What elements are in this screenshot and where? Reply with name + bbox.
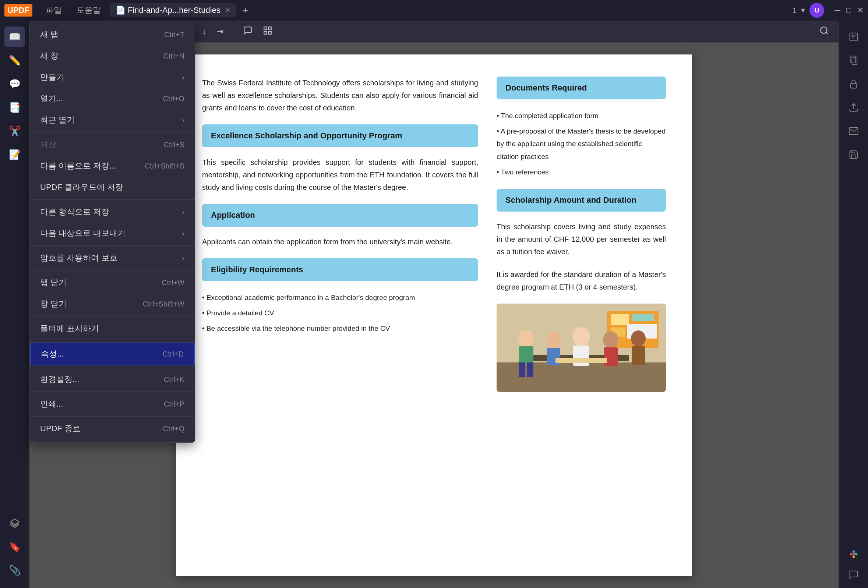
svg-point-38 xyxy=(852,553,855,556)
svg-rect-30 xyxy=(850,56,855,63)
svg-rect-27 xyxy=(632,346,645,365)
right-sidebar-save[interactable] xyxy=(843,144,864,165)
sidebar-icon-layers[interactable] xyxy=(4,513,25,533)
right-sidebar-ocr[interactable] xyxy=(843,27,864,47)
doc-item-1: • The completed application form xyxy=(497,108,666,124)
sidebar-icon-attachment[interactable]: 📎 xyxy=(4,560,25,581)
sidebar-icon-bookmark[interactable]: 🔖 xyxy=(4,536,25,557)
right-sidebar-chat[interactable] xyxy=(843,564,864,585)
menu-divider-6 xyxy=(30,341,195,341)
menu-item-show-folder[interactable]: 폴더에 표시하기 xyxy=(30,318,195,339)
svg-point-5 xyxy=(821,27,827,33)
svg-point-26 xyxy=(631,330,646,346)
menu-item-save-as[interactable]: 다름 이름으로 저장... Ctrl+Shift+S xyxy=(30,155,195,177)
new-tab-button[interactable]: + xyxy=(239,4,252,17)
menu-item-recent[interactable]: 최근 열기 › xyxy=(30,109,195,131)
right-sidebar-bottom xyxy=(843,544,864,585)
right-sidebar-lock[interactable] xyxy=(843,74,864,94)
toolbar-right xyxy=(817,24,831,40)
sidebar-icon-form[interactable]: 📝 xyxy=(4,144,25,165)
search-button[interactable] xyxy=(817,24,831,40)
right-sidebar-pages[interactable] xyxy=(843,50,864,71)
menu-item-open[interactable]: 열기... Ctrl+O xyxy=(30,88,195,109)
menu-divider-2 xyxy=(30,199,195,200)
user-avatar[interactable]: U xyxy=(809,3,824,18)
svg-point-16 xyxy=(518,330,534,347)
right-sidebar-upload[interactable] xyxy=(843,97,864,118)
svg-rect-17 xyxy=(519,346,533,365)
menu-item-new-window[interactable]: 새 창 Ctrl+N xyxy=(30,45,195,66)
menu-divider-4 xyxy=(30,270,195,270)
amount-text-2: It is awarded for the standard duration … xyxy=(497,268,666,293)
tab-document-label: Find-and-Ap...her-Studies xyxy=(128,6,220,15)
section-excellence-box: Excellence Scholarship and Opportunity P… xyxy=(202,124,478,147)
nav-next-button[interactable]: ↓ xyxy=(200,25,209,38)
sidebar-icon-comment[interactable]: 💬 xyxy=(4,74,25,94)
tab-help[interactable]: 도움말 xyxy=(71,3,107,18)
svg-point-24 xyxy=(603,331,619,348)
sidebar-icon-pages[interactable]: 📑 xyxy=(4,97,25,118)
right-sidebar-color[interactable] xyxy=(843,544,864,564)
svg-rect-28 xyxy=(555,358,607,363)
layout-button[interactable] xyxy=(261,24,275,40)
sidebar-icon-edit[interactable]: ✏️ xyxy=(4,50,25,71)
minimize-button[interactable]: ─ xyxy=(834,6,840,15)
menu-item-close-window[interactable]: 창 닫기 Ctrl+Shift+W xyxy=(30,293,195,315)
svg-point-35 xyxy=(852,550,855,553)
section-eligibility-box: Eligibility Requirements xyxy=(202,258,478,281)
menu-item-preferences[interactable]: 환경설정... Ctrl+K xyxy=(30,369,195,390)
eligibility-item-3: • Be accessible via the telephone number… xyxy=(202,321,478,336)
amount-text-1: This scholarship covers living and study… xyxy=(497,220,666,258)
menu-item-export[interactable]: 다음 대상으로 내보내기 › xyxy=(30,223,195,244)
dropdown-arrow-icon[interactable]: ▾ xyxy=(801,6,805,15)
menu-item-print[interactable]: 인쇄... Ctrl+P xyxy=(30,393,195,415)
menu-item-new-tab[interactable]: 새 탭 Ctrl+T xyxy=(30,24,195,45)
svg-rect-4 xyxy=(268,31,271,34)
pdf-left-column: The Swiss Federal Institute of Technolog… xyxy=(202,77,478,554)
menu-item-properties[interactable]: 속성... Ctrl+D xyxy=(30,343,195,365)
app-logo: UPDF xyxy=(4,4,32,16)
right-sidebar-mail[interactable] xyxy=(843,121,864,141)
svg-line-6 xyxy=(826,32,828,34)
tab-document-icon: 📄 xyxy=(115,6,125,15)
tab-file[interactable]: 파일 xyxy=(40,3,68,18)
svg-point-22 xyxy=(573,327,590,346)
page-count-badge: 1 xyxy=(793,6,797,15)
tab-close-icon[interactable]: ✕ xyxy=(225,6,230,14)
menu-divider-3 xyxy=(30,245,195,246)
menu-item-protect[interactable]: 암호를 사용하여 보호 › xyxy=(30,247,195,268)
titlebar-right: 1 ▾ U ─ □ ✕ xyxy=(793,3,864,18)
menu-item-close-tab[interactable]: 탭 닫기 Ctrl+W xyxy=(30,272,195,293)
main-layout: 📖 ✏️ 💬 📑 ✂️ 📝 🔖 📎 새 탭 Ctrl+T 새 창 Ctrl+ xyxy=(0,21,868,588)
svg-rect-2 xyxy=(268,27,271,30)
menu-item-save: 저장 Ctrl+S xyxy=(30,134,195,155)
section-documents-box: Documents Required xyxy=(497,77,666,99)
svg-point-34 xyxy=(850,553,852,556)
menu-divider-5 xyxy=(30,316,195,317)
tab-document[interactable]: 📄 Find-and-Ap...her-Studies ✕ xyxy=(110,3,236,17)
doc-item-3: • Two references xyxy=(497,165,666,180)
window-controls: ─ □ ✕ xyxy=(834,6,864,15)
close-button[interactable]: ✕ xyxy=(857,6,864,15)
sidebar-icon-crop[interactable]: ✂️ xyxy=(4,121,25,141)
excellence-text: This specific scholarship provides suppo… xyxy=(202,156,478,193)
menu-item-save-cloud[interactable]: UPDF 클라우드에 저장 xyxy=(30,177,195,198)
menu-item-save-format[interactable]: 다른 형식으로 저장 › xyxy=(30,201,195,223)
eligibility-item-1: • Exceptional academic performance in a … xyxy=(202,290,478,305)
eligibility-item-2: • Provide a detailed CV xyxy=(202,305,478,321)
svg-rect-18 xyxy=(519,363,525,377)
maximize-button[interactable]: □ xyxy=(846,6,851,15)
sidebar-icon-read[interactable]: 📖 xyxy=(4,27,25,47)
classroom-image xyxy=(497,304,666,392)
nav-last-button[interactable]: ⇥ xyxy=(215,25,226,38)
svg-point-36 xyxy=(855,553,857,556)
menu-item-quit[interactable]: UPDF 종료 Ctrl+Q xyxy=(30,418,195,439)
svg-rect-3 xyxy=(264,31,267,34)
menu-item-create[interactable]: 만들기 › xyxy=(30,66,195,88)
svg-rect-19 xyxy=(527,363,533,377)
file-dropdown-menu: 새 탭 Ctrl+T 새 창 Ctrl+N 만들기 › 열기... Ctrl+O… xyxy=(30,21,195,443)
pdf-right-column: Documents Required • The completed appli… xyxy=(497,77,666,554)
menu-divider-1 xyxy=(30,132,195,133)
comment-button[interactable] xyxy=(241,24,255,40)
menu-divider-7 xyxy=(30,367,195,367)
